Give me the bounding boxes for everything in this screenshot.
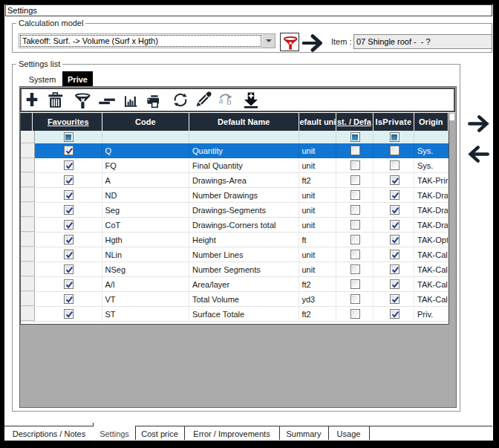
- svg-text:a: a: [218, 94, 223, 105]
- svg-text:b: b: [226, 97, 231, 107]
